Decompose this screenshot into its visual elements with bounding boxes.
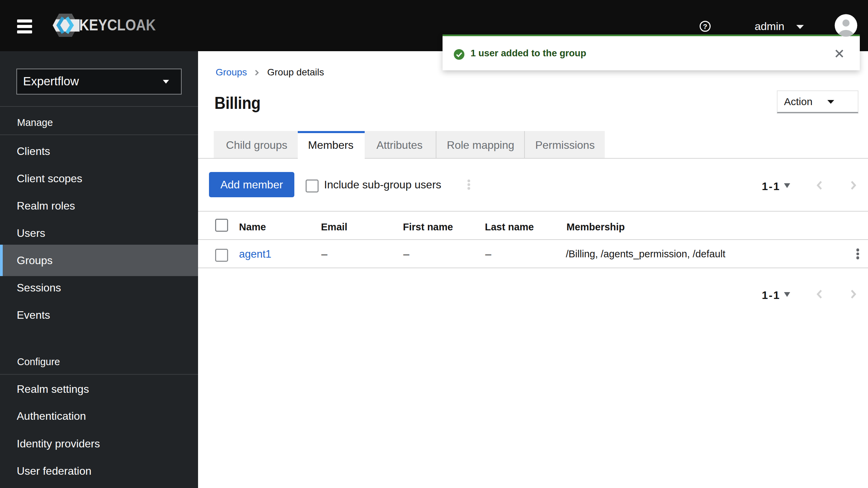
svg-text:?: ? <box>703 23 708 30</box>
svg-text:KEYCLOAK: KEYCLOAK <box>79 16 156 34</box>
